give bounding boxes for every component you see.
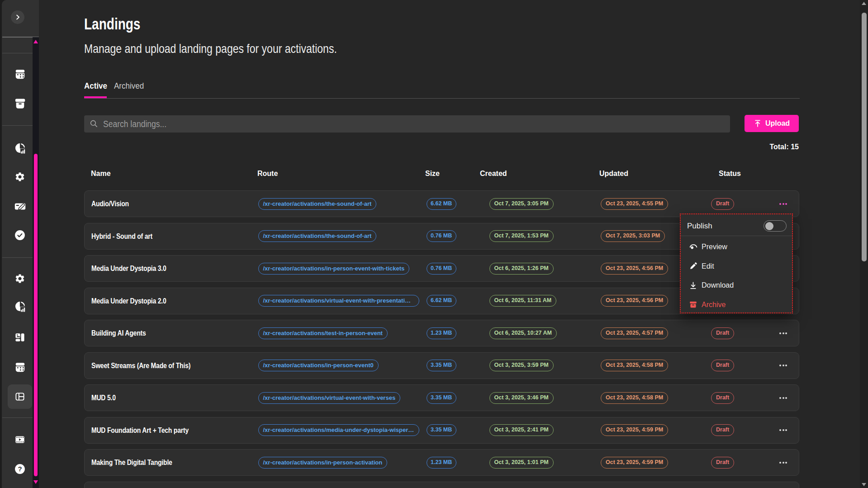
svg-text:?: ?	[18, 465, 22, 473]
